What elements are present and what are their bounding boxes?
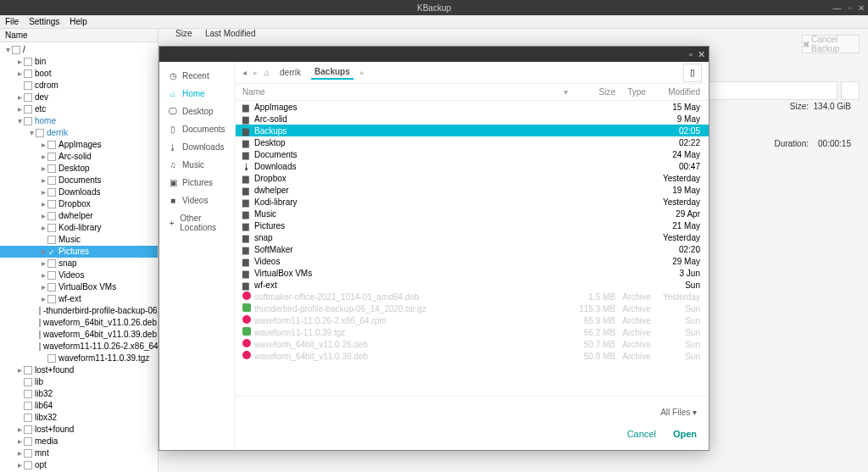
col-modified[interactable]: Modified — [658, 87, 709, 97]
col-size[interactable]: Size — [573, 87, 615, 97]
tree-root[interactable]: ▾/ — [0, 44, 158, 56]
file-row[interactable]: ▆SoftMaker02:20 — [236, 243, 709, 255]
tree-item-downloads[interactable]: ▸Downloads — [0, 186, 158, 198]
tree-item-dropbox[interactable]: ▸Dropbox — [0, 198, 158, 210]
menu-file[interactable]: File — [5, 17, 19, 26]
home-icon: ⌂ — [168, 89, 178, 98]
tree-item-lost-found[interactable]: ▸lost+found — [0, 424, 158, 436]
file-row[interactable]: ▆Music29 Apr — [236, 208, 709, 219]
tree-item-bin[interactable]: ▸bin — [0, 56, 158, 68]
maximize-icon[interactable]: ▫ — [848, 3, 851, 13]
tree-item-wf-ext[interactable]: ▸wf-ext — [0, 293, 158, 305]
folder-icon: ▆ — [242, 257, 254, 266]
tree-item--thunderbird-profile-backup-06-14-2020-t[interactable]: -thunderbird-profile-backup-06_14_2020.t — [0, 305, 158, 317]
tree-item-videos[interactable]: ▸Videos — [0, 269, 158, 281]
file-row[interactable]: ▆Backups02:05 — [236, 125, 709, 136]
titlebar: KBackup — ▫ ✕ — [0, 0, 868, 15]
file-row[interactable]: ⭳Downloads00:47 — [236, 160, 709, 172]
videos-icon: ■ — [168, 196, 178, 205]
file-row[interactable]: ▆VirtualBox VMs3 Jun — [236, 267, 709, 279]
place-documents[interactable]: ▯Documents — [159, 120, 235, 138]
place-pictures[interactable]: ▣Pictures — [159, 174, 235, 192]
col-size-header[interactable]: Size — [175, 29, 192, 38]
place-music[interactable]: ♫Music — [159, 156, 235, 174]
cancel-icon: ✖ — [803, 40, 810, 49]
home-crumb-icon[interactable]: ⌂ — [264, 68, 270, 77]
place-recent[interactable]: ◷Recent — [159, 67, 235, 85]
dialog-maximize-icon[interactable]: ▫ — [689, 49, 693, 59]
tree-item-lib32[interactable]: lib32 — [0, 388, 158, 400]
tree-item-lib64[interactable]: lib64 — [0, 400, 158, 412]
tree-item-waveform11-11-0-39-tgz[interactable]: waveform11-11.0.39.tgz — [0, 353, 158, 364]
file-row[interactable]: ▆dwhelper19 May — [236, 184, 709, 196]
place-home[interactable]: ⌂Home — [159, 85, 235, 103]
file-row[interactable]: ▆AppImages15 May — [236, 101, 709, 113]
file-row[interactable]: ▆Arc-solid9 May — [236, 113, 709, 125]
col-type[interactable]: Type — [615, 87, 658, 97]
file-row[interactable]: ▆Pictures21 May — [236, 219, 709, 231]
file-row: waveform11-11.0.26-2.x86_64.rpm65.9 MBAr… — [236, 314, 709, 326]
tree-item-appimages[interactable]: ▸AppImages — [0, 139, 158, 151]
tree-item-waveform11-11-0-26-2-x86-64-rpm[interactable]: waveform11-11.0.26-2.x86_64.rpm — [0, 341, 158, 353]
menu-help[interactable]: Help — [70, 17, 87, 26]
tree-item-dwhelper[interactable]: ▸dwhelper — [0, 210, 158, 222]
tree-item-etc[interactable]: ▸etc — [0, 103, 158, 115]
file-list[interactable]: ▆AppImages15 May▆Arc-solid9 May▆Backups0… — [236, 101, 709, 396]
tree-header-name[interactable]: Name — [0, 29, 158, 42]
tree-item-media[interactable]: ▸media — [0, 436, 158, 447]
cancel-backup-button[interactable]: ✖ Cancel Backup — [802, 35, 860, 53]
tree-item-home[interactable]: ▾home — [0, 115, 158, 127]
tree-item-lib[interactable]: lib — [0, 376, 158, 388]
col-name[interactable]: Name — [236, 87, 564, 97]
tree-item-mnt[interactable]: ▸mnt — [0, 447, 158, 459]
tree-item-derrik[interactable]: ▾derrik — [0, 127, 158, 139]
file-filter-dropdown[interactable]: All Files ▾ — [660, 408, 697, 417]
tree-item-desktop[interactable]: ▸Desktop — [0, 163, 158, 175]
folder-icon: ▆ — [242, 269, 254, 278]
tree-item-boot[interactable]: ▸boot — [0, 68, 158, 80]
file-row[interactable]: ▆Documents24 May — [236, 148, 709, 160]
browse-button[interactable] — [841, 81, 860, 100]
crumb-derrik[interactable]: derrik — [276, 66, 304, 79]
file-row[interactable]: ▆DropboxYesterday — [236, 172, 709, 184]
tree-item-documents[interactable]: ▸Documents — [0, 175, 158, 186]
tree-item-waveform-64bit-v11-0-39-deb[interactable]: waveform_64bit_v11.0.39.deb — [0, 329, 158, 341]
close-icon[interactable]: ✕ — [858, 3, 865, 13]
minimize-icon[interactable]: — — [832, 3, 841, 13]
tree-item-pictures[interactable]: ▸Pictures — [0, 246, 158, 258]
places-sidebar: ◷Recent⌂Home🖵Desktop▯Documents⭳Downloads… — [159, 62, 236, 450]
file-row[interactable]: ▆Kodi-libraryYesterday — [236, 196, 709, 208]
file-row[interactable]: ▆Desktop02:22 — [236, 136, 709, 148]
dialog-close-icon[interactable]: ✕ — [698, 49, 705, 60]
place-downloads[interactable]: ⭳Downloads — [159, 138, 235, 156]
window-title: KBackup — [417, 3, 451, 13]
tree-item-virtualbox-vms[interactable]: ▸VirtualBox VMs — [0, 281, 158, 293]
place-videos[interactable]: ■Videos — [159, 192, 235, 209]
tree-item-kodi-library[interactable]: ▸Kodi-library — [0, 222, 158, 234]
tree-item-lost-found[interactable]: ▸lost+found — [0, 364, 158, 376]
package-icon — [242, 339, 254, 349]
place-desktop[interactable]: 🖵Desktop — [159, 103, 235, 120]
file-row[interactable]: ▆snapYesterday — [236, 231, 709, 243]
new-folder-button[interactable]: ▯ — [683, 64, 702, 82]
tree-item-libx32[interactable]: libx32 — [0, 412, 158, 424]
nav-forward-icon[interactable]: ▸ — [253, 68, 258, 77]
tree-item-cdrom[interactable]: cdrom — [0, 80, 158, 92]
tree-item-snap[interactable]: ▸snap — [0, 258, 158, 269]
col-modified-header[interactable]: Last Modified — [205, 29, 255, 38]
dialog-open-button[interactable]: Open — [673, 429, 697, 439]
tree-item-dev[interactable]: ▸dev — [0, 92, 158, 103]
crumb-backups[interactable]: Backups — [311, 65, 353, 80]
tree-item-waveform-64bit-v11-0-26-deb[interactable]: waveform_64bit_v11.0.26.deb — [0, 317, 158, 329]
file-row[interactable]: ▆Videos29 May — [236, 255, 709, 267]
dialog-cancel-button[interactable]: Cancel — [627, 429, 656, 439]
file-row[interactable]: ▆wf-extSun — [236, 279, 709, 291]
pictures-icon: ▣ — [168, 178, 178, 187]
nav-back-icon[interactable]: ◂ — [242, 68, 247, 77]
tree-item-opt[interactable]: ▸opt — [0, 459, 158, 471]
place-other-locations[interactable]: +Other Locations — [159, 209, 235, 236]
tree-item-music[interactable]: Music — [0, 234, 158, 246]
menu-settings[interactable]: Settings — [29, 17, 59, 26]
tree-item-arc-solid[interactable]: ▸Arc-solid — [0, 151, 158, 163]
file-row: softmaker-office-2021_1014-01_amd64.deb1… — [236, 291, 709, 303]
